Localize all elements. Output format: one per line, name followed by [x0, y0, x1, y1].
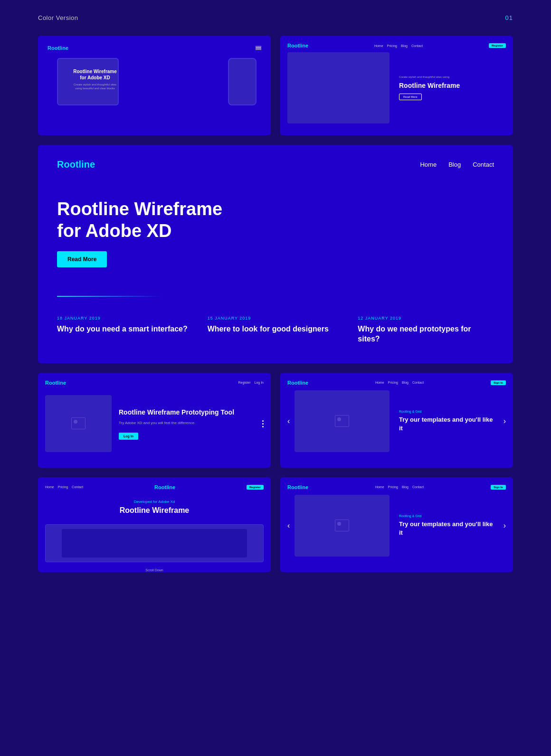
blog-date-3: 12 January 2019: [358, 316, 494, 321]
card-large-hero: Rootline Home Blog Contact Rootline Wire…: [38, 145, 513, 363]
slider-img-icon: [335, 415, 349, 427]
arrow-left-1[interactable]: ‹: [287, 417, 290, 425]
slider-image-2: [294, 495, 390, 557]
row-4: Home Pricing Contact Rootline Register D…: [38, 477, 513, 572]
hero-text: Create stylish and thoughtful sites usin…: [394, 52, 506, 123]
nav-blog: Blog: [401, 44, 408, 47]
card1-title: Rootline Wireframe for Adobe XD: [72, 68, 118, 81]
slider-nav-links-2: Home Pricing Blog Contact: [375, 485, 424, 489]
bottom-nav-left-links: Home Pricing Contact: [45, 485, 83, 489]
tablet-device: Rootline Wireframe for Adobe XD Create s…: [57, 58, 119, 105]
slider-text-2: Rootling & Grid Try our templates and yo…: [394, 510, 499, 542]
register-btn[interactable]: Register: [489, 43, 506, 48]
hero-title: Rootline Wireframe: [399, 81, 501, 90]
slider-nav-1: Rootline Home Pricing Blog Contact Sign …: [287, 380, 506, 386]
bnl-home: Home: [45, 485, 54, 489]
large-nav-blog[interactable]: Blog: [448, 161, 461, 168]
sign-in-btn-2[interactable]: Sign In: [491, 485, 506, 490]
bottom-register-btn[interactable]: Register: [247, 485, 264, 490]
medium-desc: Try Adobe XD and you will feel the diffe…: [119, 420, 264, 426]
blog-title-2[interactable]: Where to look for good designers: [208, 324, 344, 334]
card1-content: Rootline Wireframe for Adobe XD Create s…: [48, 56, 261, 126]
large-hero-section: Rootline Wireframe for Adobe XD Read Mor…: [57, 189, 494, 282]
medium-login-link[interactable]: Log In: [255, 381, 264, 384]
bottom-preview-inner: [62, 529, 247, 558]
slider-nav-links-1: Home Pricing Blog Contact: [375, 381, 424, 384]
large-logo: Rootline: [57, 159, 95, 170]
large-hero-title: Rootline Wireframe for Adobe XD: [57, 198, 494, 242]
card-mobile-wireframe: Rootline Rootline Wireframe for Adobe XD…: [38, 36, 271, 135]
row-3: Rootline Register Log In Rootline Wirefr…: [38, 373, 513, 468]
arrow-left-2[interactable]: ‹: [287, 521, 290, 530]
medium-register-link[interactable]: Register: [238, 381, 250, 384]
card-bottom-left: Home Pricing Contact Rootline Register D…: [38, 477, 271, 572]
blog-title-3[interactable]: Why do we need prototypes for sites?: [358, 324, 494, 344]
large-nav-home[interactable]: Home: [420, 161, 437, 168]
phone-device: [228, 58, 256, 105]
read-more-btn-small[interactable]: Read More: [399, 94, 422, 100]
page-title: Color Version: [38, 14, 78, 21]
medium-image: [45, 395, 112, 452]
device-text: Rootline Wireframe for Adobe XD Create s…: [72, 68, 118, 91]
slider-content-1: ‹ Rootling & Grid Try our templates and …: [287, 390, 506, 452]
slider-content-2: ‹ Rootling & Grid Try our templates and …: [287, 495, 506, 557]
medium-text: Rootline Wireframe Prototyping Tool Try …: [119, 408, 264, 439]
card-bottom-right: Rootline Home Pricing Blog Contact Sign …: [280, 477, 513, 572]
dot-2: [262, 423, 264, 425]
card1-logo: Rootline: [48, 45, 68, 51]
snl2-pricing: Pricing: [388, 485, 398, 489]
blog-item-2: 15 January 2019 Where to look for good d…: [208, 316, 344, 344]
page-header: Color Version 01: [0, 0, 551, 31]
card2-nav-links: Home Pricing Blog Contact: [374, 44, 423, 47]
bottom-preview-box: [45, 524, 264, 562]
slide-title-2: Try our templates and you'll like it: [399, 520, 494, 537]
snl2-contact: Contact: [412, 485, 424, 489]
main-content: Rootline Rootline Wireframe for Adobe XD…: [0, 31, 551, 591]
slider-img-icon-2: [335, 520, 349, 531]
snl-blog: Blog: [402, 381, 408, 384]
arrow-right-1[interactable]: ›: [504, 417, 506, 425]
row-1: Rootline Rootline Wireframe for Adobe XD…: [38, 36, 513, 135]
nav-home: Home: [374, 44, 383, 47]
divider: [57, 296, 162, 297]
card2-logo-r: R: [287, 43, 291, 48]
bottom-hero-section: Developed for Adobe Xd Rootline Wirefram…: [45, 495, 264, 524]
sign-in-btn-1[interactable]: Sign In: [491, 380, 506, 385]
large-nav: Rootline Home Blog Contact: [57, 159, 494, 170]
large-logo-r: R: [57, 159, 64, 170]
card-desktop-wireframe: Rootline Home Pricing Blog Contact Regis…: [280, 36, 513, 135]
page-number: 01: [505, 14, 513, 21]
blog-item-3: 12 January 2019 Why do we need prototype…: [358, 316, 494, 344]
card1-logo-r: R: [48, 45, 51, 51]
snl2-home: Home: [375, 485, 384, 489]
image-icon: [71, 417, 86, 429]
dots-menu[interactable]: [262, 420, 264, 427]
large-nav-contact[interactable]: Contact: [473, 161, 494, 168]
snl-pricing: Pricing: [388, 381, 398, 384]
snl2-blog: Blog: [402, 485, 408, 489]
nav-contact: Contact: [411, 44, 423, 47]
read-more-button[interactable]: Read More: [57, 251, 107, 267]
dev-label: Developed for Adobe Xd: [45, 500, 264, 504]
card1-nav: Rootline: [48, 45, 261, 51]
blog-title-1[interactable]: Why do you need a smart interface?: [57, 324, 193, 334]
slider-image-1: [294, 390, 390, 452]
card2-nav: Rootline Home Pricing Blog Contact Regis…: [287, 43, 506, 48]
hero-image-placeholder: [287, 52, 390, 123]
arrow-right-2[interactable]: ›: [504, 521, 506, 530]
hamburger-icon[interactable]: [256, 46, 261, 50]
blog-date-2: 15 January 2019: [208, 316, 344, 321]
bottom-left-logo: Rootline: [154, 484, 175, 490]
hero-subtitle: Create stylish and thoughtful sites usin…: [399, 76, 501, 78]
slide-label-1: Rootling & Grid: [399, 410, 494, 413]
bnl-pricing: Pricing: [58, 485, 68, 489]
large-nav-links: Home Blog Contact: [420, 161, 494, 168]
dot-3: [262, 426, 264, 427]
slide-label-2: Rootling & Grid: [399, 514, 494, 518]
bottom-title: Rootline Wireframe: [45, 506, 264, 515]
login-btn[interactable]: Log In: [119, 433, 138, 440]
medium-logo-left: Rootline: [45, 380, 66, 386]
snl-home: Home: [375, 381, 384, 384]
card1-subtitle: Create stylish and thoughtful sites usin…: [72, 83, 118, 91]
dot-1: [262, 420, 264, 422]
